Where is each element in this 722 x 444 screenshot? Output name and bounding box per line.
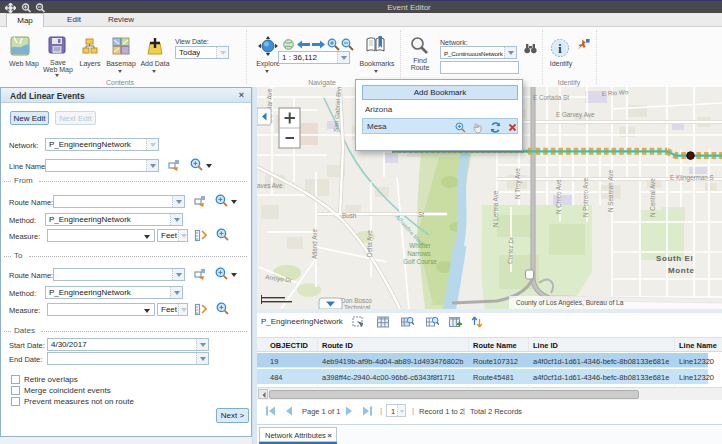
sort-records-icon[interactable] [471, 316, 483, 328]
refresh-bookmark-icon[interactable] [490, 122, 501, 133]
to-measure-on-map-icon[interactable] [194, 303, 207, 316]
zoom-in-icon[interactable] [21, 3, 32, 13]
panel-collapse-tab[interactable] [257, 108, 271, 125]
zoom-out-icon[interactable] [35, 3, 46, 13]
from-route-select-on-map-icon[interactable] [194, 195, 207, 208]
map-zoom-control[interactable] [279, 108, 300, 148]
map-scale-combo[interactable]: 1 : 36,112 [278, 51, 350, 64]
first-page-icon[interactable] [265, 406, 276, 416]
tab-review[interactable]: Review [100, 13, 142, 27]
table-collapse-tab[interactable] [319, 298, 342, 309]
line-name-dropdown-button[interactable] [146, 160, 158, 171]
basemap-dropdown-caret[interactable] [118, 70, 122, 73]
line-name-combo[interactable] [45, 159, 159, 172]
table-horizontal-scrollbar[interactable] [257, 387, 722, 400]
column-header[interactable]: Route Name [473, 341, 517, 350]
end-date-combo[interactable] [47, 352, 209, 365]
pushpin-icon[interactable] [577, 38, 590, 50]
network-dropdown-button[interactable] [504, 47, 516, 58]
bookmark-item-mesa[interactable]: Mesa [362, 118, 518, 134]
end-date-dropdown-button[interactable] [196, 353, 208, 364]
prevent-measures-checkbox[interactable] [11, 397, 20, 406]
tab-close-icon[interactable]: × [327, 431, 332, 440]
explore-button[interactable] [257, 35, 279, 57]
add-data-dropdown-caret[interactable] [152, 70, 156, 73]
to-route-dropdown-button[interactable] [172, 269, 184, 280]
column-header[interactable]: Line Name [679, 341, 717, 350]
ribbon-zoom-in-icon[interactable] [327, 38, 340, 51]
add-bookmark-button[interactable]: Add Bookmark [362, 85, 518, 100]
ribbon-zoom-out-icon[interactable] [341, 38, 354, 51]
from-route-dropdown-button[interactable] [172, 196, 184, 207]
map-scale-dropdown-button[interactable] [337, 52, 349, 63]
next-edit-button[interactable]: Next Edit [55, 111, 96, 125]
from-measure-field[interactable] [47, 229, 155, 242]
pan-icon[interactable] [5, 3, 16, 13]
pan-to-bookmark-icon[interactable] [473, 122, 483, 133]
to-route-zoom-icon[interactable] [215, 267, 228, 280]
zoom-to-selection-icon[interactable] [401, 316, 414, 328]
column-header[interactable]: Route ID [322, 341, 353, 350]
from-route-zoom-dropdown-caret[interactable] [231, 200, 237, 204]
select-records-icon[interactable] [352, 316, 364, 328]
zoom-to-bookmark-icon[interactable] [455, 122, 466, 133]
tab-map[interactable]: Map [6, 13, 44, 27]
layers-button[interactable] [82, 38, 99, 55]
new-edit-button[interactable]: New Edit [10, 111, 49, 125]
bookmark-item-arizona[interactable]: Arizona [365, 105, 392, 114]
to-units-combo[interactable]: Feet [157, 303, 188, 316]
column-header[interactable]: OBJECTID [270, 341, 308, 350]
retire-overlaps-checkbox[interactable] [11, 375, 20, 384]
next-button[interactable]: Next > [216, 408, 249, 423]
from-method-dropdown-button[interactable] [170, 214, 182, 225]
start-date-dropdown-button[interactable] [196, 339, 208, 350]
delete-bookmark-icon[interactable] [508, 123, 517, 132]
clear-selection-icon[interactable] [426, 316, 439, 328]
merge-coincident-checkbox[interactable] [11, 386, 20, 395]
line-select-on-map-icon[interactable] [168, 159, 181, 172]
inline-dropdown-caret[interactable] [144, 309, 150, 313]
from-units-combo[interactable]: Feet [157, 229, 188, 242]
basemap-button[interactable] [112, 37, 130, 55]
view-date-dropdown-button[interactable] [216, 47, 228, 58]
view-date-combo[interactable]: Today [175, 46, 229, 59]
bookmarks-button[interactable] [366, 36, 385, 53]
save-web-map-button[interactable] [48, 36, 66, 54]
switch-selection-icon[interactable] [449, 316, 462, 328]
to-route-name-combo[interactable] [53, 268, 185, 281]
network-combo[interactable]: P_ContinuousNetwork [440, 46, 517, 59]
table-grid-icon[interactable] [377, 316, 389, 328]
add-data-button[interactable] [146, 37, 164, 55]
to-method-combo[interactable]: P_EngineeringNetwork [45, 286, 183, 299]
column-header[interactable]: Line ID [533, 341, 558, 350]
forward-extent-icon[interactable] [312, 40, 325, 49]
route-search-field[interactable] [440, 61, 519, 74]
next-page-icon[interactable] [345, 406, 353, 416]
to-measure-field[interactable] [47, 303, 155, 316]
page-size-dropdown-button[interactable] [397, 405, 405, 416]
start-date-combo[interactable]: 4/30/2017 [47, 338, 209, 351]
route-point-marker[interactable] [687, 152, 695, 160]
identify-button[interactable]: i [550, 38, 570, 58]
from-units-dropdown-button[interactable] [178, 230, 187, 241]
to-method-dropdown-button[interactable] [170, 287, 182, 298]
scrollbar-thumb[interactable] [269, 390, 639, 399]
line-zoom-dropdown-caret[interactable] [206, 164, 212, 168]
to-measure-zoom-icon[interactable] [216, 302, 229, 315]
table-row[interactable]: 484 a398ff4c-2940-4c00-96b6-c6343f8f1711… [257, 369, 708, 384]
from-route-name-combo[interactable] [53, 195, 185, 208]
back-extent-icon[interactable] [297, 40, 310, 49]
from-route-zoom-icon[interactable] [215, 194, 228, 207]
panel-close-icon[interactable]: × [239, 91, 244, 100]
panel-network-dropdown-button[interactable] [146, 139, 158, 150]
panel-network-combo[interactable]: P_EngineeringNetwork [45, 138, 159, 151]
to-route-select-on-map-icon[interactable] [194, 268, 207, 281]
previous-extent-globe-icon[interactable] [283, 39, 294, 50]
inline-dropdown-caret[interactable] [144, 235, 150, 239]
network-attributes-tab[interactable]: Network Attributes × [259, 427, 337, 442]
from-method-combo[interactable]: P_EngineeringNetwork [45, 213, 183, 226]
last-page-icon[interactable] [362, 406, 373, 416]
binoculars-icon[interactable] [524, 43, 537, 54]
tab-edit[interactable]: Edit [58, 13, 90, 27]
web-map-button[interactable] [10, 36, 30, 56]
